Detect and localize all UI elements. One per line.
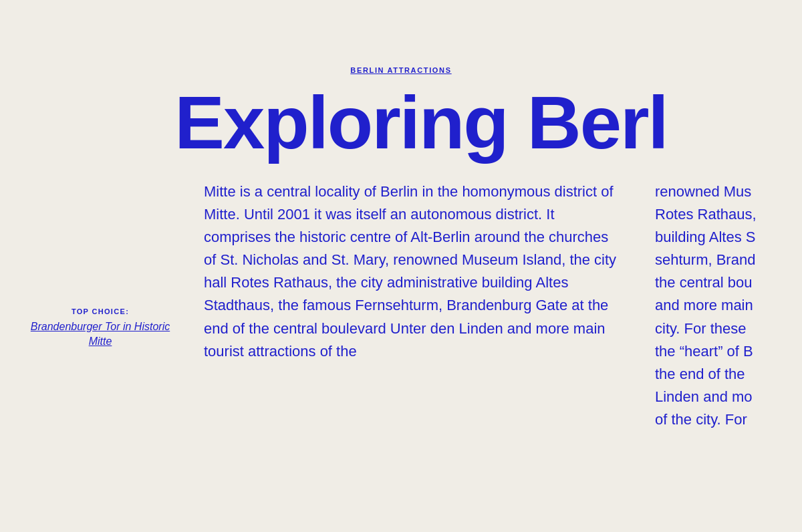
top-choice-label: TOP CHOICE:	[27, 307, 174, 315]
right-paragraph: renowned Mus Rotes Rathaus, building Alt…	[655, 180, 802, 431]
sidebar: TOP CHOICE: Brandenburger Tor in Histori…	[27, 307, 174, 350]
sidebar-link[interactable]: Brandenburger Tor in Historic Mitte	[27, 319, 174, 350]
page-container: BERLIN ATTRACTIONS Exploring Berl TOP CH…	[0, 0, 802, 532]
main-title: Exploring Berl	[0, 86, 802, 160]
main-paragraph: Mitte is a central locality of Berlin in…	[204, 180, 618, 363]
category-label[interactable]: BERLIN ATTRACTIONS	[0, 66, 802, 74]
